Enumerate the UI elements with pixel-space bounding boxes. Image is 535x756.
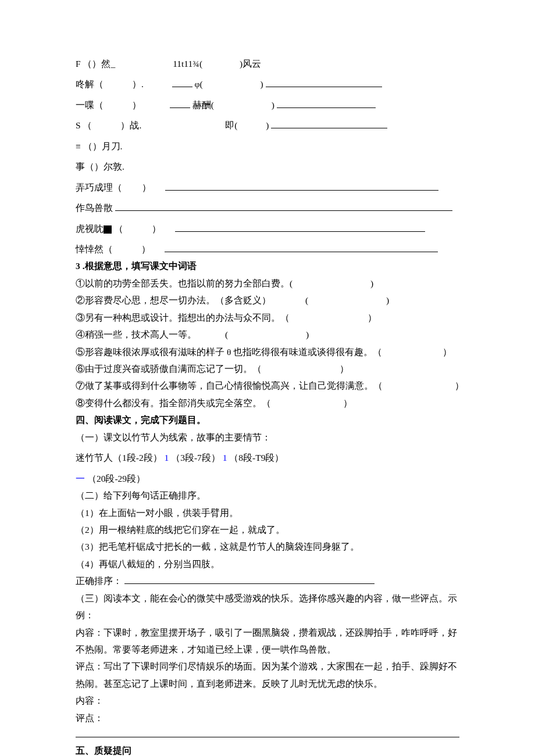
text: ）	[141, 244, 151, 254]
blank-field[interactable]	[115, 202, 452, 211]
blank-field[interactable]	[165, 243, 438, 252]
sec4-p5b: 内容：下课时，教室里摆开场子，吸引了一圈黑脑袋，攒着观战，还跺脚拍手，咋咋呼呼，…	[76, 624, 459, 658]
vocab-item-2: ②形容费尽心思，想尽一切办法。（多含贬义） ( )	[76, 292, 459, 309]
text: ⑦做了某事或得到什么事物等，自己心情很愉悦高兴，让自己觉得满意。（	[76, 381, 383, 390]
text: 悻悻然（	[76, 244, 113, 254]
blue-dash: 一	[76, 474, 85, 483]
text: 弄巧成理（	[76, 182, 122, 192]
text: 迷竹节人（1段-2段）	[76, 453, 162, 463]
text: S （	[76, 120, 92, 130]
blank-field[interactable]	[271, 120, 387, 128]
text: 虎视眈	[76, 224, 104, 234]
sentence-1: （1）在上面钻一对小眼，供装手臂用。	[76, 504, 459, 521]
text: 咚解（	[76, 79, 104, 89]
vocab-item-7: ⑦做了某事或得到什么事物等，自己心情很愉悦高兴，让自己觉得满意。（ ）	[76, 377, 459, 394]
sentence-3: （3）把毛笔杆锯成寸把长的一截，这就是竹节人的脑袋连同身躯了。	[76, 538, 459, 555]
text: (	[225, 329, 228, 339]
text: ①以前的功劳全部丢失。也指以前的努力全部白费。(	[76, 278, 293, 288]
section-4-title: 四、阅读课文，完成下列题目。	[76, 411, 459, 428]
text: （3段-7段）	[171, 453, 220, 463]
vocab-item-1: ①以前的功劳全部丢失。也指以前的努力全部白费。( )	[76, 275, 459, 292]
fill-row-4: S （ ）战. 即( )	[76, 117, 459, 134]
vocab-item-6: ⑥由于过度兴奋或骄傲自满而忘记了一切。（ ）	[76, 360, 459, 377]
fill-row-3: 一喋（ ） 赫酬( )	[76, 96, 459, 113]
text: 11t11¾(	[173, 59, 202, 69]
section-3-title: 3 .根据意思，填写课文中词语	[76, 257, 459, 274]
text: )	[266, 120, 269, 130]
text: )	[370, 278, 373, 288]
text: ②形容费尽心思，想尽一切办法。（多含贬义）	[76, 295, 271, 305]
blank-field[interactable]	[165, 182, 438, 191]
sec4-p1: （一）课文以竹节人为线索，故事的主要情节：	[76, 429, 459, 446]
fill-row-1: F （）然_ 11t11¾( )风云	[76, 55, 459, 72]
text: ）	[343, 398, 352, 408]
fill-row-8: 作鸟兽散	[76, 199, 459, 216]
fill-row-9: 虎视眈 （ ）	[76, 220, 459, 237]
blank-field[interactable]	[172, 79, 192, 88]
text: ）	[340, 364, 349, 374]
text: 作鸟兽散	[76, 203, 113, 213]
blue-number: 1	[165, 453, 169, 463]
blank-field[interactable]	[175, 223, 425, 232]
text: )	[306, 329, 309, 339]
text: 一喋（	[76, 100, 104, 110]
comment-label: 评点：	[76, 710, 459, 726]
fill-row-5: ≡ （）月刀.	[76, 138, 459, 155]
text: ）	[443, 347, 452, 357]
fill-row-2: 咚解（ ）. φ( )	[76, 76, 459, 92]
text: ③另有一种构思或设计。指想出的办法与众不同。（	[76, 313, 290, 323]
vocab-item-3: ③另有一种构思或设计。指想出的办法与众不同。（ ）	[76, 309, 459, 326]
sec4-p5c: 评点：写出了下课时同学们尽情娱乐的场面。因为某个游戏，大家围在一起，拍手、跺脚好…	[76, 658, 459, 692]
sec4-plotline-2: 一 （20段-29段）	[76, 470, 459, 487]
text: ）战.	[120, 120, 141, 130]
divider-line	[76, 737, 459, 737]
text: )	[386, 295, 389, 305]
vocab-item-4: ④稍强一些，技术高人一等。 ( )	[76, 326, 459, 343]
text: ）.	[132, 79, 144, 89]
text: ）	[152, 224, 161, 234]
text: ≡ （）月刀.	[76, 141, 123, 151]
text: ⑤形容趣味很浓厚或很有滋味的样子 θ 也指吃得很有味道或谈得很有趣。（	[76, 347, 382, 357]
text: ）	[455, 381, 464, 390]
vocab-item-5: ⑤形容趣味很浓厚或很有滋味的样子 θ 也指吃得很有味道或谈得很有趣。（ ）	[76, 343, 459, 360]
text: )风云	[240, 59, 261, 69]
text: 赫酬(	[192, 100, 214, 110]
text: φ(	[195, 79, 203, 89]
vocab-item-8: ⑧变得什么都没有。指全部消失或完全落空。（ ）	[76, 395, 459, 411]
text: （	[114, 224, 123, 234]
fill-row-7: 弄巧成理（ ）	[76, 179, 459, 196]
blank-field[interactable]	[266, 79, 382, 88]
document-page: F （）然_ 11t11¾( )风云 咚解（ ）. φ( ) 一喋（ ） 赫酬(…	[0, 0, 535, 756]
text: )	[260, 79, 263, 89]
order-blank[interactable]	[124, 575, 374, 584]
sentence-4: （4）再锯八截短的，分别当四肢。	[76, 556, 459, 572]
text: ⑥由于过度兴奋或骄傲自满而忘记了一切。（	[76, 364, 262, 374]
text: (	[305, 295, 308, 305]
blank-field[interactable]	[170, 99, 190, 108]
text: 事（）尔敦.	[76, 162, 124, 171]
text: ⑧变得什么都没有。指全部消失或完全落空。（	[76, 398, 271, 408]
sentence-2: （2）用一根纳鞋底的线把它们穿在一起，就成了。	[76, 521, 459, 538]
sec4-plotline-1: 迷竹节人（1段-2段） 1 （3段-7段） 1 （8段-T9段）	[76, 449, 459, 466]
text: 即(	[225, 120, 237, 130]
text: （20段-29段）	[87, 474, 145, 483]
blank-field[interactable]	[277, 99, 376, 108]
text: ）	[368, 313, 377, 323]
section-5-title: 五、质疑提问	[76, 742, 459, 756]
fill-row-6: 事（）尔敦.	[76, 158, 459, 175]
sec4-p4: （二）给下列每句话正确排序。	[76, 487, 459, 504]
text: )	[272, 100, 274, 110]
text: （8段-T9段）	[229, 453, 284, 463]
blue-number: 1	[223, 453, 227, 463]
fill-row-10: 悻悻然（ ）	[76, 241, 459, 257]
black-square-icon	[104, 225, 112, 234]
content-label: 内容：	[76, 692, 459, 709]
text: ④稍强一些，技术高人一等。	[76, 329, 197, 339]
text: ）	[132, 100, 141, 110]
text: ）	[142, 182, 151, 192]
sec4-p5a: （三）阅读本文，能在会心的微笑中感受游戏的快乐。选择你感兴趣的内容，做一些评点。…	[76, 590, 459, 624]
order-label: 正确排序：	[76, 576, 122, 586]
order-row: 正确排序：	[76, 572, 459, 589]
text: F （）然_	[76, 59, 115, 69]
